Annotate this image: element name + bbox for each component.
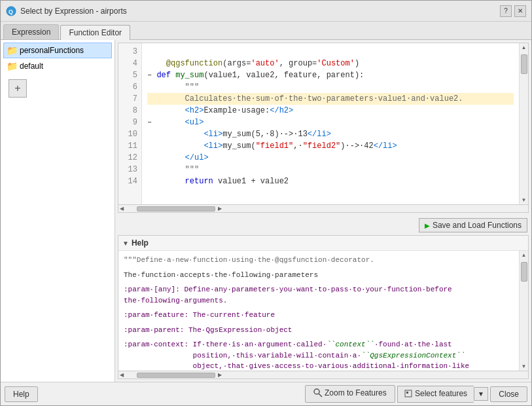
help-line-1: """Define·a·new·function·using·the·@qgsf… — [124, 255, 514, 266]
select-dropdown-arrow[interactable]: ▼ — [474, 387, 488, 401]
help-content[interactable]: """Define·a·new·function·using·the·@qgsf… — [118, 251, 519, 371]
sidebar: 📁 personalFunctions 📁 default + — [1, 40, 115, 382]
code-outer: 3 4 5 6 7 8 9 10 11 12 13 14 — [118, 43, 528, 204]
scroll-h-thumb[interactable] — [137, 206, 215, 212]
scroll-left-arrow[interactable]: ◀ — [120, 206, 124, 212]
code-line-8: <h2>Example·usage:</h2> — [147, 105, 514, 117]
tab-function-editor[interactable]: Function Editor — [60, 25, 130, 40]
sidebar-label-default: default — [20, 62, 43, 71]
play-icon: ▶ — [425, 222, 430, 229]
main-panel: 3 4 5 6 7 8 9 10 11 12 13 14 — [115, 40, 531, 382]
help-line-6: :param·context: If·there·is·an·argument·… — [124, 339, 514, 371]
help-button[interactable]: Help — [5, 386, 38, 402]
scroll-down-arrow[interactable]: ▼ — [520, 196, 528, 204]
select-label: Select features — [415, 389, 467, 398]
content-area: 📁 personalFunctions 📁 default + 3 — [1, 40, 531, 382]
title-bar: Q Select by Expression - airports ? ✕ — [1, 1, 531, 22]
scroll-up-arrow[interactable]: ▲ — [520, 43, 528, 52]
folder-icon-personal: 📁 — [7, 45, 17, 56]
folder-icon-default: 📁 — [7, 61, 17, 71]
help-title-btn[interactable]: ? — [500, 5, 512, 17]
code-line-3 — [147, 46, 514, 58]
code-scrollbar-h[interactable]: ◀ ▶ — [118, 204, 528, 212]
add-function-button[interactable]: + — [9, 79, 27, 98]
zoom-icon-wrap: Zoom to Features — [313, 388, 387, 397]
line-numbers: 3 4 5 6 7 8 9 10 11 12 13 14 — [118, 43, 142, 204]
help-outer: """Define·a·new·function·using·the·@qgsf… — [118, 251, 528, 371]
help-line-4: :param·feature: The·current·feature — [124, 310, 514, 321]
zoom-label: Zoom to Features — [325, 388, 387, 397]
help-line-3: :param·[any]: Define·any·parameters·you·… — [124, 284, 514, 306]
save-load-label: Save and Load Functions — [433, 221, 522, 230]
collapse-icon: ▼ — [122, 240, 129, 247]
help-scrollbar-v[interactable]: ▲ ▼ — [519, 251, 528, 371]
save-load-section: ▶ Save and Load Functions — [115, 215, 531, 235]
code-line-6: """ — [147, 81, 514, 93]
dropdown-icon: ▼ — [478, 390, 484, 397]
svg-point-2 — [314, 389, 319, 394]
svg-line-3 — [319, 394, 322, 397]
add-icon: + — [14, 83, 20, 94]
help-scroll-up[interactable]: ▲ — [520, 251, 528, 259]
title-bar-controls: ? ✕ — [500, 5, 526, 17]
help-scroll-left[interactable]: ◀ — [120, 372, 124, 378]
code-line-10: <li>my_sum(5,·8)·->·13</li> — [147, 128, 514, 140]
svg-text:Q: Q — [9, 9, 13, 15]
help-scroll-right[interactable]: ▶ — [218, 372, 222, 378]
tab-bar: Expression Function Editor — [1, 22, 531, 40]
app-icon: Q — [6, 6, 16, 16]
help-scroll-thumb[interactable] — [521, 262, 527, 282]
code-line-5: – def my_sum(value1, value2, feature, pa… — [147, 69, 514, 81]
code-scroll[interactable]: 3 4 5 6 7 8 9 10 11 12 13 14 — [118, 43, 519, 204]
bottom-bar: Help Zoom to Features — [1, 382, 531, 405]
code-line-14: return value1 + value2 — [147, 175, 514, 187]
code-line-9: – <ul> — [147, 117, 514, 128]
code-line-13: """ — [147, 164, 514, 175]
svg-rect-5 — [406, 392, 408, 394]
title-bar-left: Q Select by Expression - airports — [6, 6, 127, 16]
code-scrollbar-v[interactable]: ▲ ▼ — [519, 43, 528, 204]
main-window: Q Select by Expression - airports ? ✕ Ex… — [0, 0, 532, 406]
code-line-4: @qgsfunction(args='auto', group='Custom'… — [147, 58, 514, 69]
window-title: Select by Expression - airports — [20, 7, 127, 16]
help-title: Help — [132, 238, 149, 248]
help-section: ▼ Help """Define·a·new·function·using·th… — [118, 235, 529, 379]
help-line-2: The·function·accepts·the·following·param… — [124, 270, 514, 281]
code-line-11: <li>my_sum("field1",·"field2")·->·42</li… — [147, 140, 514, 152]
help-scroll-h-thumb[interactable] — [137, 373, 215, 378]
close-button[interactable]: Close — [490, 386, 527, 402]
close-title-btn[interactable]: ✕ — [514, 5, 526, 17]
code-line-7: Calculates·the·sum·of·the·two·parameters… — [147, 93, 514, 105]
scroll-right-arrow[interactable]: ▶ — [218, 206, 222, 212]
sidebar-buttons: + — [3, 74, 112, 103]
help-scrollbar-h[interactable]: ◀ ▶ — [118, 371, 528, 378]
save-load-button[interactable]: ▶ Save and Load Functions — [419, 218, 527, 232]
help-header[interactable]: ▼ Help — [118, 236, 528, 251]
zoom-icon — [313, 388, 323, 397]
select-icon — [404, 390, 412, 397]
zoom-features-button[interactable]: Zoom to Features — [305, 385, 395, 403]
select-features-group: Select features ▼ — [397, 386, 488, 403]
tab-expression[interactable]: Expression — [3, 24, 59, 39]
select-features-button[interactable]: Select features — [397, 386, 474, 403]
right-buttons: Zoom to Features Select features ▼ — [305, 385, 527, 403]
help-line-5: :param·parent: The·QgsExpression·object — [124, 325, 514, 336]
sidebar-item-default[interactable]: 📁 default — [3, 58, 112, 74]
code-editor: 3 4 5 6 7 8 9 10 11 12 13 14 — [118, 43, 529, 213]
scroll-thumb[interactable] — [521, 54, 527, 74]
sidebar-label-personal: personalFunctions — [20, 46, 84, 55]
help-scroll-down[interactable]: ▼ — [520, 362, 528, 371]
select-icon-wrap: Select features — [404, 389, 467, 398]
code-content[interactable]: @qgsfunction(args='auto', group='Custom'… — [142, 43, 519, 204]
code-line-12: </ul> — [147, 152, 514, 164]
sidebar-item-personal-functions[interactable]: 📁 personalFunctions — [3, 43, 112, 58]
